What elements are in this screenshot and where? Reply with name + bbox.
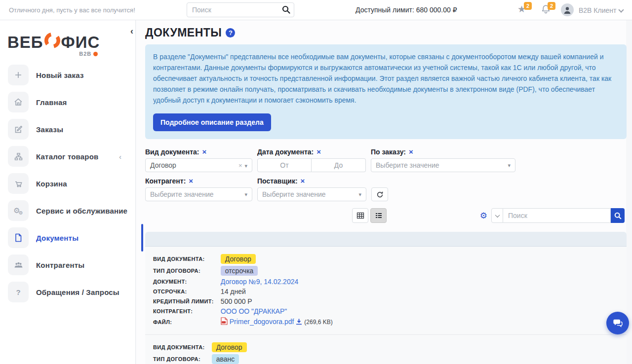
field-value: Primer_dogovora.pdf (269,6 KB)	[221, 316, 333, 328]
list-search-input[interactable]	[503, 208, 611, 223]
logo-text-2: ФИС	[61, 33, 100, 52]
favorites-icon[interactable]: ★ 2	[517, 4, 526, 15]
sidebar-item-home[interactable]: Главная	[8, 92, 135, 112]
active-item-indicator	[141, 224, 143, 252]
filter-by-order-select[interactable]: Выберите значение ▾	[371, 158, 515, 172]
cart-icon	[8, 173, 29, 194]
field-value: 14 дней	[221, 287, 333, 296]
filter-supplier-clear-icon[interactable]: ×	[301, 178, 305, 184]
doc-field-row: ОТСРОЧКА:14 дней	[153, 287, 333, 296]
date-to-input[interactable]	[312, 158, 366, 172]
chevron-down-icon: ▾	[244, 163, 247, 169]
filter-doc-type: Вид документа:× Договор ×▾	[145, 148, 252, 172]
logo-text-1: ВЕБ	[7, 33, 43, 52]
page-title: ДОКУМЕНТЫ	[145, 26, 222, 39]
sidebar-item-counterparties[interactable]: Контрагенты	[8, 255, 135, 275]
field-label: ДОКУМЕНТ:	[153, 277, 221, 287]
logo-o-icon	[44, 32, 61, 53]
filter-supplier-select[interactable]: Выберите значение ▾	[257, 187, 366, 201]
sidebar-item-new-order[interactable]: Новый заказ	[8, 65, 135, 85]
sidebar-item-orders[interactable]: Заказы	[8, 119, 135, 140]
document-card: ВИД ДОКУМЕНТА:ДоговорТИП ДОГОВОРА:отсроч…	[145, 247, 627, 335]
sidebar-item-cart[interactable]: Корзина	[8, 173, 135, 194]
field-label: ОТСРОЧКА:	[153, 287, 221, 296]
logo: ВЕБ ФИС B2B	[7, 32, 100, 57]
document-card: ВИД ДОКУМЕНТА:ДоговорТИП ДОГОВОРА:авансД…	[145, 335, 627, 364]
filters: Вид документа:× Договор ×▾ Дата документ…	[145, 148, 627, 201]
avatar[interactable]	[561, 3, 574, 16]
search-options-dropdown[interactable]	[491, 208, 503, 223]
value-badge: аванс	[212, 354, 239, 364]
field-label: КРЕДИТНЫЙ ЛИМИТ:	[153, 296, 221, 306]
section-details-button[interactable]: Подробное описание раздела	[153, 113, 271, 131]
logo-b2b-label: B2B	[79, 51, 91, 57]
filter-counterparty-select[interactable]: Выберите значение ▾	[145, 187, 252, 201]
sidebar-item-service[interactable]: ⚙⚙ Сервис и обслуживание	[8, 200, 135, 221]
pdf-icon	[221, 317, 228, 327]
field-label: КОНТРАГЕНТ:	[153, 306, 221, 316]
field-value: 500 000 Р	[221, 296, 333, 306]
user-name[interactable]: B2B Клиент	[579, 6, 616, 14]
doc-field-row: ДОКУМЕНТ:Договор №9, 14.02.2024	[153, 277, 333, 287]
documents-icon	[8, 227, 29, 248]
chevron-down-icon	[495, 213, 500, 218]
doc-field-row: КРЕДИТНЫЙ ЛИМИТ:500 000 Р	[153, 296, 333, 306]
table-view-button[interactable]	[352, 208, 368, 223]
logo-dot-icon	[93, 52, 98, 56]
catalog-expand-chevron-icon[interactable]: ‹	[119, 152, 121, 161]
notifications-icon[interactable]: 2	[541, 4, 551, 16]
value-link[interactable]: ООО ОО "ДРАККАР"	[221, 307, 287, 315]
download-icon[interactable]	[296, 319, 302, 327]
select-clear-icon[interactable]: ×	[238, 162, 242, 169]
refresh-button[interactable]	[371, 187, 388, 201]
main-content: ДОКУМЕНТЫ ? В разделе "Документы" предст…	[136, 20, 626, 364]
doc-field-row: ФАЙЛ: Primer_dogovora.pdf (269,6 KB)	[153, 316, 333, 328]
filter-doc-type-clear-icon[interactable]: ×	[202, 148, 206, 155]
chat-button[interactable]	[606, 312, 629, 334]
chevron-down-icon: ▾	[358, 191, 361, 198]
value-badge: Договор	[221, 254, 256, 264]
question-icon: ?	[8, 282, 29, 302]
help-icon[interactable]: ?	[226, 28, 235, 37]
list-tools: ⚙	[145, 208, 627, 224]
filter-counterparty-clear-icon[interactable]: ×	[189, 178, 193, 184]
sidebar-item-catalog[interactable]: Каталог товаров ‹	[8, 146, 135, 167]
chevron-down-icon: ▾	[508, 162, 511, 169]
filter-by-order-placeholder: Выберите значение	[376, 161, 439, 169]
value-badge: отсрочка	[221, 266, 258, 276]
field-label: ТИП ДОГОВОРА:	[153, 353, 212, 364]
field-label: ВИД ДОКУМЕНТА:	[153, 253, 221, 265]
filter-doc-type-value: Договор	[150, 161, 176, 169]
file-link[interactable]: Primer_dogovora.pdf	[230, 318, 294, 326]
filter-by-order-clear-icon[interactable]: ×	[409, 148, 413, 155]
field-value: Договор	[221, 253, 333, 265]
sidebar-item-documents[interactable]: Документы	[8, 227, 135, 248]
catalog-icon	[8, 146, 29, 167]
file-size: (269,6 KB)	[304, 319, 332, 326]
list-header	[145, 232, 627, 247]
list-search-button[interactable]	[611, 208, 625, 223]
filter-by-order: По заказу:× Выберите значение ▾	[371, 148, 515, 172]
home-icon	[8, 92, 29, 112]
list-settings-gear-icon[interactable]: ⚙	[480, 211, 487, 221]
filter-doc-date-label: Дата документа:	[257, 148, 314, 156]
user-menu-chevron-icon[interactable]	[618, 7, 624, 12]
section-description: В разделе "Документы" представлены все н…	[153, 51, 619, 106]
search-icon[interactable]	[282, 5, 290, 16]
filter-by-order-label: По заказу:	[371, 148, 406, 156]
global-search	[187, 2, 294, 17]
sidebar-collapse-icon[interactable]: ‹	[130, 27, 133, 35]
filter-doc-date: Дата документа:×	[257, 148, 366, 172]
value-link[interactable]: Договор №9, 14.02.2024	[221, 278, 298, 286]
filter-doc-date-clear-icon[interactable]: ×	[316, 148, 321, 155]
list-view-button[interactable]	[370, 208, 387, 223]
date-from-input[interactable]	[257, 158, 312, 172]
global-search-input[interactable]	[187, 2, 294, 17]
plus-icon	[8, 65, 29, 85]
filter-doc-type-select[interactable]: Договор ×▾	[145, 158, 252, 172]
field-value: Договор №9, 14.02.2024	[221, 277, 333, 287]
field-value: ООО ОО "ДРАККАР"	[221, 306, 333, 316]
sidebar-item-requests[interactable]: ? Обращения / Запросы	[8, 282, 135, 302]
doc-field-row: ТИП ДОГОВОРА:отсрочка	[153, 265, 333, 277]
filter-supplier-label: Поставщик:	[257, 177, 298, 185]
